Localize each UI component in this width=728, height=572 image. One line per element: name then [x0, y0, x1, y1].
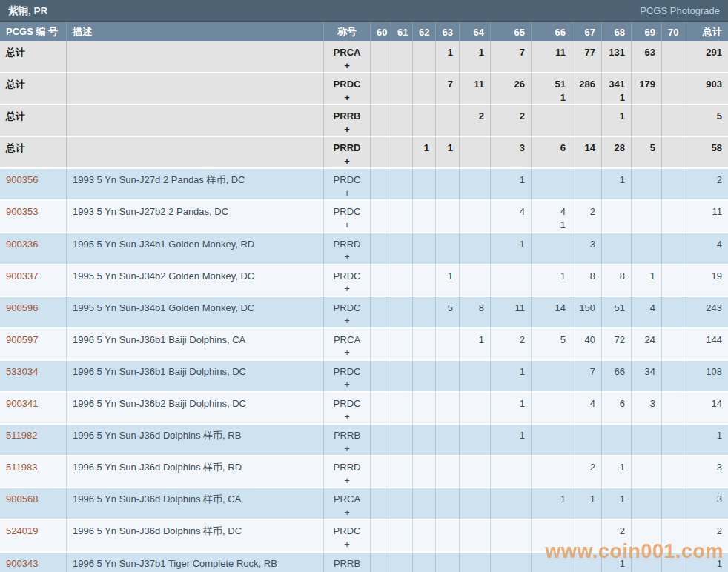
designation-cell: PRDC+: [324, 297, 371, 329]
designation-label: PRDC: [325, 173, 368, 187]
grade-cell-70: [662, 393, 684, 425]
total-cell: 2: [684, 520, 728, 552]
grade-cell-62: [413, 425, 436, 456]
grade-cell-61: [391, 361, 413, 393]
grade-cell-60: [371, 553, 391, 572]
grade-cell-64: 1: [460, 41, 491, 73]
pcgs-number-link[interactable]: 900336: [6, 239, 38, 250]
grade-cell-67: 14: [572, 137, 602, 169]
coin-description: 1996 5 Yn Sun-J36d Dolphins 样币, CA: [67, 488, 324, 520]
pcgs-number-link[interactable]: 900356: [6, 174, 38, 185]
designation-label: PRRB: [325, 557, 368, 571]
grade-cell-69: [632, 233, 662, 265]
grade-cell-60: [371, 265, 391, 297]
grade-cell-61: [391, 488, 413, 520]
grade-cell-60: [371, 73, 391, 105]
pcgs-number-link[interactable]: 900337: [6, 270, 38, 282]
pcgs-number-link[interactable]: 900568: [6, 493, 38, 505]
grade-cell-64: [460, 361, 491, 393]
coin-description: 1996 5 Yn Sun-J36b1 Baiji Dolphins, CA: [67, 329, 324, 361]
summary-label: 总计: [0, 73, 67, 105]
designation-cell: PRDC+: [324, 265, 371, 297]
grade-cell-61: [391, 201, 413, 233]
grade-cell-60: [371, 361, 391, 393]
pcgs-number-cell: 900341: [0, 393, 67, 425]
grade-cell-63: [436, 105, 460, 137]
column-header-61: 61: [391, 22, 413, 41]
grade-cell-68: 6: [602, 393, 632, 425]
grade-cell-64: [460, 553, 491, 572]
grade-cell-62: [413, 265, 436, 297]
pcgs-number-link[interactable]: 900341: [6, 398, 38, 409]
total-cell: 14: [684, 393, 728, 425]
grade-cell-60: [371, 233, 391, 265]
pcgs-number-link[interactable]: 900597: [6, 334, 38, 345]
table-row: 9003531993 5 Yn Sun-J27b2 2 Pandas, DCPR…: [0, 201, 728, 233]
grade-cell-63: 1: [436, 41, 460, 73]
grade-cell-69: 5: [632, 137, 662, 169]
pcgs-number-link[interactable]: 511982: [6, 430, 37, 441]
grade-cell-66: 14: [532, 297, 572, 329]
grade-cell-60: [371, 297, 391, 329]
grade-cell-67: 77: [572, 41, 602, 73]
pcgs-number-link[interactable]: 900353: [6, 206, 38, 217]
designation-cell: PRRD+: [324, 233, 371, 265]
grade-cell-70: [662, 137, 684, 169]
grade-cell-63: [436, 233, 460, 265]
grade-cell-70: [662, 73, 684, 105]
photograde-link[interactable]: PCGS Photograde: [640, 5, 720, 16]
grade-cell-60: [371, 201, 391, 233]
designation-cell: PRCA+: [324, 329, 371, 361]
designation-plus: +: [325, 410, 368, 424]
grade-cell-70: [662, 169, 684, 201]
designation-label: PRCA: [325, 46, 368, 59]
grade-cell-70: [662, 488, 684, 520]
summary-row: 总计PRRB+2215: [0, 105, 728, 137]
grade-cell-66: [532, 456, 572, 488]
grade-cell-66: [532, 105, 572, 137]
grade-cell-61: [391, 105, 413, 137]
grade-cell-69: [632, 488, 662, 520]
grade-cell-61: [391, 425, 413, 456]
pcgs-number-cell: 511983: [0, 456, 67, 488]
table-row: 5330341996 5 Yn Sun-J36b1 Baiji Dolphins…: [0, 361, 728, 393]
grade-cell-62: [413, 297, 436, 329]
coin-description: 1995 5 Yn Sun-J34b1 Golden Monkey, RD: [67, 233, 324, 265]
grade-cell-66: 1: [532, 488, 572, 520]
grade-cell-68: [602, 201, 632, 233]
grade-cell-66: [532, 393, 572, 425]
summary-desc-cell: [67, 105, 324, 137]
pcgs-number-link[interactable]: 533034: [6, 366, 38, 377]
grade-cell-66: [532, 520, 572, 552]
pcgs-number-link[interactable]: 900596: [6, 302, 38, 313]
grade-cell-60: [371, 393, 391, 425]
grade-cell-62: [413, 105, 436, 137]
grade-cell-60: [371, 329, 391, 361]
grade-cell-66: 6: [532, 137, 572, 169]
pcgs-number-cell: 524019: [0, 520, 67, 552]
coin-description: 1996 5 Yn Sun-J36d Dolphins 样币, RD: [67, 456, 324, 488]
grade-cell-67: [572, 105, 602, 137]
column-header-desc: 描述: [67, 22, 324, 41]
table-row: 9003411996 5 Yn Sun-J36b2 Baiji Dolphins…: [0, 393, 728, 425]
grade-cell-65: 4: [491, 201, 532, 233]
designation-plus: +: [325, 123, 368, 136]
pcgs-number-link[interactable]: 900343: [6, 558, 38, 569]
grade-cell-65: 1: [491, 393, 532, 425]
grade-cell-62: [413, 456, 436, 488]
grade-cell-66: 5: [532, 329, 572, 361]
pcgs-number-cell: 900568: [0, 488, 67, 520]
pcgs-number-link[interactable]: 524019: [6, 525, 38, 536]
summary-label: 总计: [0, 41, 67, 73]
page-title: 紫铜, PR: [8, 4, 47, 18]
summary-row: 总计PRCA+117117713163291: [0, 41, 728, 73]
total-cell: 903: [684, 73, 728, 105]
designation-plus: +: [325, 506, 368, 519]
total-cell: 243: [684, 297, 728, 329]
grade-cell-65: [491, 265, 532, 297]
grade-cell-65: 1: [491, 425, 532, 456]
grade-cell-63: [436, 201, 460, 233]
pcgs-number-link[interactable]: 511983: [6, 462, 37, 473]
table-row: 5119821996 5 Yn Sun-J36d Dolphins 样币, RB…: [0, 425, 728, 456]
grade-cell-67: 4: [572, 393, 602, 425]
